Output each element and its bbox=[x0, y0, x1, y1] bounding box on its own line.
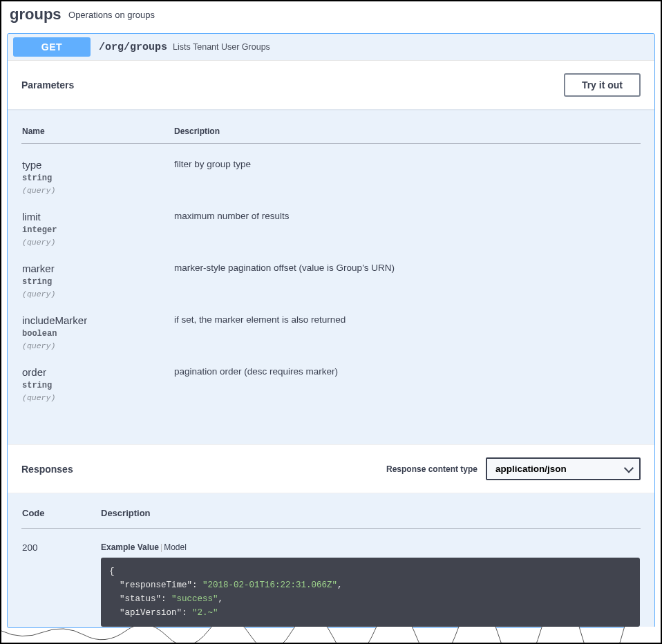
parameters-table: Name Description typestring(query)filter… bbox=[21, 126, 641, 403]
param-in: (query) bbox=[22, 341, 173, 350]
responses-table: Code Description 200Example Value|Model{… bbox=[21, 507, 641, 627]
parameter-row: typestring(query)filter by group type bbox=[21, 144, 641, 196]
response-code: 200 bbox=[21, 529, 100, 628]
param-description: filter by group type bbox=[173, 144, 641, 196]
param-name: order bbox=[22, 366, 173, 378]
torn-edge-decoration bbox=[1, 627, 662, 643]
param-in: (query) bbox=[22, 238, 173, 247]
param-description: pagination order (desc requires marker) bbox=[173, 351, 641, 403]
parameter-row: limitinteger(query)maximum number of res… bbox=[21, 196, 641, 247]
try-it-out-button[interactable]: Try it out bbox=[564, 73, 641, 97]
param-type: integer bbox=[22, 225, 173, 235]
tag-header: groups Operations on groups bbox=[1, 1, 661, 33]
tab-model[interactable]: Model bbox=[164, 542, 187, 552]
parameter-row: markerstring(query)marker-style paginati… bbox=[21, 247, 641, 299]
http-method-badge: GET bbox=[13, 37, 91, 57]
param-description: if set, the marker element is also retur… bbox=[173, 299, 641, 351]
param-description: maximum number of results bbox=[173, 196, 641, 247]
param-in: (query) bbox=[22, 186, 173, 195]
parameters-bar: Parameters Try it out bbox=[8, 61, 654, 109]
parameter-row: includeMarkerboolean(query)if set, the m… bbox=[21, 299, 641, 351]
param-name: marker bbox=[22, 263, 173, 274]
tag-subtitle: Operations on groups bbox=[68, 10, 155, 20]
param-type: boolean bbox=[22, 329, 173, 339]
parameter-row: orderstring(query)pagination order (desc… bbox=[21, 351, 641, 403]
param-name: limit bbox=[22, 211, 173, 222]
col-description: Description bbox=[173, 126, 641, 144]
col-description: Description bbox=[100, 507, 641, 529]
example-code: { "responseTime": "2018-02-01T16:22:31.0… bbox=[101, 558, 640, 627]
param-type: string bbox=[22, 381, 173, 390]
param-description: marker-style pagination offset (value is… bbox=[173, 247, 641, 299]
param-in: (query) bbox=[22, 290, 173, 299]
response-content-type-select[interactable]: application/json bbox=[486, 457, 641, 480]
responses-bar: Responses Response content type applicat… bbox=[8, 444, 654, 493]
tag-title: groups bbox=[10, 6, 62, 23]
param-name: type bbox=[22, 159, 173, 171]
param-in: (query) bbox=[22, 393, 173, 402]
operation-path: /org/groups bbox=[99, 41, 167, 53]
param-type: string bbox=[22, 173, 173, 183]
responses-title: Responses bbox=[21, 464, 73, 475]
parameters-title: Parameters bbox=[21, 79, 74, 91]
col-code: Code bbox=[21, 507, 100, 529]
operation-description: Lists Tenant User Groups bbox=[173, 42, 270, 52]
operation-block: GET /org/groups Lists Tenant User Groups… bbox=[7, 33, 655, 628]
param-name: includeMarker bbox=[22, 314, 173, 326]
tab-example-value[interactable]: Example Value bbox=[101, 542, 159, 552]
param-type: string bbox=[22, 277, 173, 287]
col-name: Name bbox=[21, 126, 173, 144]
response-content-type-label: Response content type bbox=[386, 464, 477, 474]
response-row: 200Example Value|Model{ "responseTime": … bbox=[21, 529, 641, 628]
operation-summary[interactable]: GET /org/groups Lists Tenant User Groups bbox=[8, 34, 654, 61]
